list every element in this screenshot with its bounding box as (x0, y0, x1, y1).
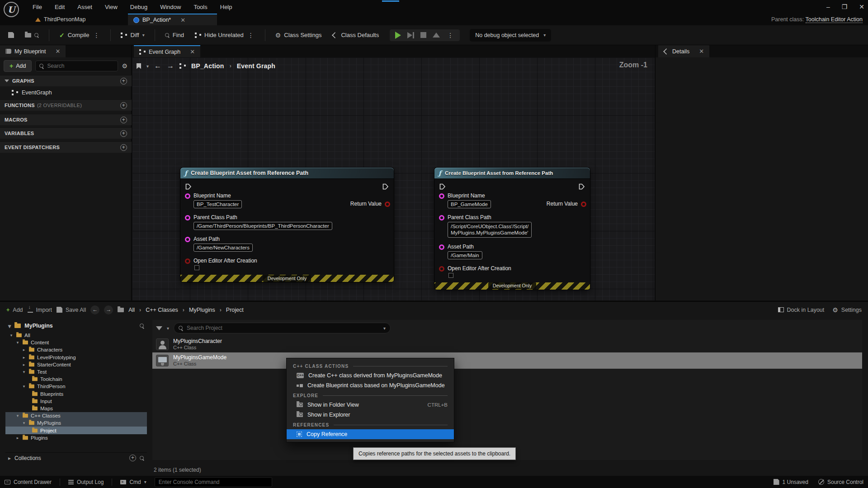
asset-search-input[interactable]: Search Project ▾ (174, 323, 391, 333)
search-icon[interactable] (140, 324, 144, 328)
tree-item-all[interactable]: ▾All (5, 332, 147, 339)
open-editor-checkbox[interactable] (194, 265, 199, 270)
open-editor-checkbox[interactable] (448, 273, 453, 278)
output-log-button[interactable]: Output Log (68, 479, 104, 485)
section-variables[interactable]: VARIABLES + (0, 127, 132, 139)
tree-item-cpp-classes[interactable]: ▾C++ Classes (5, 412, 147, 419)
hide-unrelated-options-icon[interactable]: ⋮ (247, 32, 255, 39)
cb-add-button[interactable]: + Add (6, 307, 23, 313)
section-event-dispatchers[interactable]: EVENT DISPATCHERS + (0, 141, 132, 153)
tree-item-input[interactable]: Input (5, 398, 147, 405)
string-pin[interactable] (185, 237, 190, 242)
string-pin[interactable] (439, 244, 444, 250)
diff-button[interactable]: Diff ▾ (117, 29, 148, 41)
asset-row-myplugins-gamemode[interactable]: MyPluginsGameMode C++ Class (152, 352, 862, 369)
forward-arrow-icon[interactable]: → (104, 305, 113, 314)
menu-help[interactable]: Help (220, 4, 232, 10)
filter-icon[interactable] (156, 326, 162, 330)
tree-item-myplugins[interactable]: ▾MyPlugins (5, 419, 147, 427)
exec-in-pin[interactable] (185, 183, 192, 190)
asset-path-field[interactable]: /Game/Main (448, 251, 482, 259)
event-graph-item[interactable]: EventGraph (0, 87, 132, 98)
asset-path-field[interactable]: /Game/NewCharacters (193, 244, 253, 252)
browse-button[interactable] (21, 30, 42, 40)
parent-class-path-field[interactable]: /Game/ThirdPerson/Blueprints/BP_ThirdPer… (193, 222, 332, 230)
node-header[interactable]: ƒ Create Blueprint Asset from Reference … (434, 168, 590, 179)
chevron-down-icon[interactable]: ▾ (146, 64, 149, 69)
stop-icon[interactable] (420, 32, 426, 38)
return-value-pin[interactable] (385, 202, 390, 207)
return-value-pin[interactable] (581, 202, 586, 207)
collections-bar[interactable]: ▸ Collections + (5, 452, 147, 463)
section-graphs[interactable]: GRAPHS + (0, 75, 132, 86)
class-settings-button[interactable]: ⚙ Class Settings (272, 29, 326, 42)
exec-out-pin[interactable] (382, 183, 389, 190)
menu-view[interactable]: View (105, 4, 118, 10)
frame-skip-icon[interactable] (407, 32, 414, 38)
chevron-down-icon[interactable]: ▾ (383, 326, 386, 331)
compile-button[interactable]: ✓ Compile ⋮ (56, 29, 104, 42)
save-button[interactable] (5, 29, 18, 41)
eject-icon[interactable] (433, 33, 440, 38)
menu-tools[interactable]: Tools (193, 4, 207, 10)
play-icon[interactable] (395, 32, 401, 39)
forward-arrow-icon[interactable]: → (167, 62, 174, 70)
tree-item-content[interactable]: ▾Content (5, 339, 147, 346)
bool-pin[interactable] (185, 258, 190, 264)
ctx-create-cpp-class[interactable]: C++ Create C++ class derived from MyPlug… (287, 371, 454, 380)
breadcrumb-root[interactable]: BP_Action (191, 62, 224, 70)
add-dispatcher-icon[interactable]: + (120, 144, 127, 151)
expander-icon[interactable]: ▸ (8, 455, 11, 461)
save-all-button[interactable]: Save All (57, 307, 86, 313)
close-button[interactable]: ✕ (859, 3, 864, 10)
menu-edit[interactable]: Edit (55, 4, 65, 10)
string-pin[interactable] (439, 215, 444, 221)
debug-object-dropdown[interactable]: No debug object selected ▾ (470, 29, 551, 42)
tree-item-maps[interactable]: Maps (5, 405, 147, 412)
restore-button[interactable]: ❐ (842, 3, 848, 10)
menu-debug[interactable]: Debug (130, 4, 147, 10)
add-collection-icon[interactable]: + (129, 455, 136, 461)
node-create-blueprint-asset-1[interactable]: ƒ Create Blueprint Asset from Reference … (180, 167, 394, 282)
section-macros[interactable]: MACROS + (0, 114, 132, 125)
close-panel-icon[interactable]: ✕ (699, 48, 704, 55)
blueprint-name-field[interactable]: BP_TestCharacter (193, 200, 242, 208)
close-tab-icon[interactable]: ✕ (180, 17, 185, 23)
node-create-blueprint-asset-2[interactable]: ƒ Create Blueprint Asset from Reference … (434, 167, 590, 290)
hide-unrelated-button[interactable]: Hide Unrelated ⋮ (191, 29, 259, 42)
tab-bp-action[interactable]: BP_Action* ✕ (128, 14, 217, 25)
tree-item-toolchain[interactable]: Toolchain (5, 375, 147, 383)
dock-in-layout-button[interactable]: Dock in Layout (778, 307, 825, 313)
tab-details[interactable]: Details ✕ (658, 45, 709, 57)
tree-item-levelprototyping[interactable]: ▸LevelPrototyping (5, 354, 147, 361)
ctx-show-in-explorer[interactable]: Show in Explorer (287, 410, 454, 420)
tab-thirdpersonmap[interactable]: ThirdPersonMap (30, 14, 91, 25)
add-button[interactable]: + Add (4, 60, 32, 72)
exec-out-pin[interactable] (579, 183, 585, 190)
crumb-cpp-classes[interactable]: C++ Classes (146, 307, 178, 313)
crumb-all[interactable]: All (128, 307, 135, 313)
crumb-myplugins[interactable]: MyPlugins (189, 307, 215, 313)
ctx-copy-reference[interactable]: Copy Reference (287, 429, 454, 439)
parent-class-path-field[interactable]: /Script/CoreUObject.Class'/Script/ MyPlu… (448, 222, 532, 238)
exec-in-pin[interactable] (439, 183, 446, 190)
cmd-dropdown[interactable]: > Cmd ▾ (120, 479, 146, 485)
console-command-input[interactable] (155, 477, 272, 487)
search-icon[interactable] (140, 456, 144, 460)
tree-item-test[interactable]: ▾Test (5, 368, 147, 375)
tree-header[interactable]: ▾ MyPlugins (5, 320, 147, 332)
tree-item-blueprints[interactable]: Blueprints (5, 390, 147, 398)
parent-class-link[interactable]: Toolchain Editor Action (806, 16, 863, 23)
tab-my-blueprint[interactable]: My Blueprint ✕ (0, 45, 66, 57)
string-pin[interactable] (185, 215, 190, 221)
class-defaults-button[interactable]: Class Defaults (329, 29, 382, 41)
import-button[interactable]: Import (28, 307, 52, 313)
unsaved-status[interactable]: 1 Unsaved (774, 479, 808, 485)
back-arrow-icon[interactable]: ← (90, 305, 99, 314)
breadcrumb-current[interactable]: Event Graph (237, 62, 275, 70)
expander-icon[interactable]: ▾ (8, 323, 11, 329)
tree-item-project[interactable]: Project (5, 427, 147, 434)
tree-item-startercontent[interactable]: ▸StarterContent (5, 361, 147, 368)
source-control-button[interactable]: Source Control (818, 479, 863, 485)
tree-item-thirdperson[interactable]: ▾ThirdPerson (5, 383, 147, 390)
